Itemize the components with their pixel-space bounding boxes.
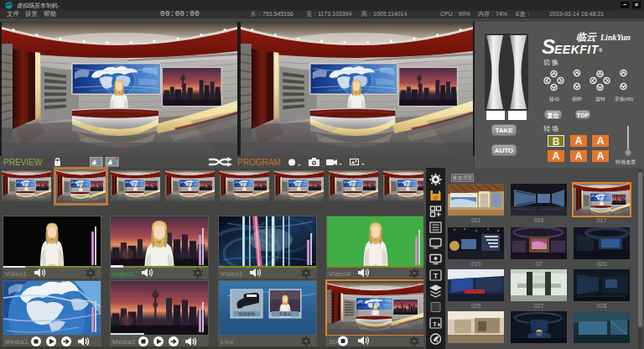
svg-text:电话连线: 电话连线	[238, 311, 255, 316]
svg-text:T: T	[433, 320, 437, 328]
svg-text:主持人: 主持人	[279, 311, 292, 317]
svg-text:T: T	[434, 272, 439, 280]
